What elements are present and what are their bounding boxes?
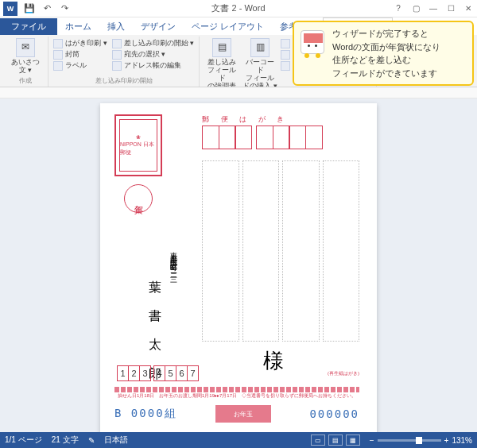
greeting-text-button[interactable]: ✉ あいさつ 文 ▾ bbox=[8, 38, 43, 75]
otoshidama-label: お年玉 bbox=[215, 405, 271, 423]
highlight-icon: ▤ bbox=[212, 38, 231, 57]
start-mail-merge-button[interactable]: 差し込み印刷の開始 ▾ bbox=[112, 38, 195, 48]
nenga-seal: 年賀 bbox=[124, 184, 153, 213]
group-label-create: 作成 bbox=[8, 76, 43, 85]
qat-redo[interactable]: ↷ bbox=[57, 2, 72, 16]
lottery-group-number: B 0000組 bbox=[114, 407, 177, 421]
tab-design[interactable]: デザイン bbox=[133, 18, 184, 35]
page-count[interactable]: 1/1 ページ bbox=[5, 434, 42, 446]
callout-line-3: 住所などを差し込む bbox=[332, 53, 466, 67]
recycled-paper-note: (再生紙はがき) bbox=[328, 370, 359, 377]
qat-save[interactable]: 💾 bbox=[22, 2, 37, 16]
mail-merge-icon bbox=[112, 39, 122, 48]
window-title: 文書 2 - Word bbox=[211, 2, 265, 14]
insert-field-icon bbox=[281, 61, 290, 71]
zoom-in-button[interactable]: + bbox=[444, 436, 449, 445]
label-button[interactable]: ラベル bbox=[53, 60, 107, 71]
edit-recipients-button[interactable]: アドレス帳の編集 bbox=[112, 60, 195, 71]
ribbon-display-icon[interactable]: ▢ bbox=[409, 2, 423, 15]
view-read-mode[interactable]: ▭ bbox=[311, 434, 325, 446]
word-icon: W bbox=[3, 2, 17, 16]
callout-line-4: フィールドができています bbox=[332, 67, 466, 80]
proofing-icon[interactable]: ✎ bbox=[88, 436, 95, 445]
horizontal-ruler[interactable] bbox=[0, 87, 477, 98]
document-canvas[interactable]: ❀NIPPON 日本郵便 年賀 郵 便 は が き 東京都千代田区幸町 一ー二ー… bbox=[0, 98, 477, 446]
language-status[interactable]: 日本語 bbox=[104, 434, 128, 446]
minimize-button[interactable]: — bbox=[426, 2, 440, 15]
maximize-button[interactable]: ☐ bbox=[444, 2, 458, 15]
tab-insert[interactable]: 挿入 bbox=[99, 18, 133, 35]
decorative-strip bbox=[114, 387, 359, 392]
envelope-button[interactable]: 封筒 bbox=[53, 49, 107, 60]
close-button[interactable]: ✕ bbox=[461, 2, 475, 15]
sender-name[interactable]: 葉 書 太 郎 bbox=[146, 270, 163, 364]
view-web-layout[interactable]: ▦ bbox=[346, 434, 360, 446]
postcard-label: 郵 便 は が き bbox=[202, 114, 289, 125]
select-recipients-button[interactable]: 宛先の選択 ▾ bbox=[112, 49, 195, 60]
recipients-icon bbox=[112, 50, 122, 60]
callout-line-1: ウィザードが完了すると bbox=[332, 27, 466, 41]
greeting-icon: ✉ bbox=[16, 38, 35, 57]
zoom-slider[interactable] bbox=[378, 439, 441, 442]
tab-page-layout[interactable]: ページ レイアウト bbox=[184, 18, 272, 35]
tutorial-callout: ウィザードが完了すると Wordの文面が年賀状になり 住所などを差し込む フィー… bbox=[293, 21, 474, 86]
postcard-icon bbox=[53, 39, 63, 48]
postcard-page[interactable]: ❀NIPPON 日本郵便 年賀 郵 便 は が き 東京都千代田区幸町 一ー二ー… bbox=[100, 103, 377, 437]
lottery-number: 000000 bbox=[309, 407, 359, 420]
stamp-box: ❀NIPPON 日本郵便 bbox=[114, 114, 162, 176]
label-icon bbox=[53, 61, 63, 71]
highlight-fields-button[interactable]: ▤ 差し込みフィールド の強調表示 bbox=[204, 38, 239, 87]
zoom-level[interactable]: 131% bbox=[452, 436, 472, 445]
tab-home[interactable]: ホーム bbox=[57, 18, 99, 35]
zoom-out-button[interactable]: − bbox=[370, 436, 374, 445]
word-count[interactable]: 21 文字 bbox=[52, 434, 79, 446]
view-print-layout[interactable]: ▤ bbox=[328, 434, 343, 446]
barcode-field-button[interactable]: ▥ バーコード フィールドの挿入 ▾ bbox=[242, 38, 277, 87]
hagaki-print-button[interactable]: はがき印刷 ▾ bbox=[53, 38, 107, 48]
tab-file[interactable]: ファイル bbox=[0, 18, 57, 35]
lottery-info-text: 抽せん日1月18日 お年玉のお渡し期間1月19▸▸7月17日 ◇当選番号を切り取… bbox=[114, 392, 359, 400]
group-label-start: 差し込み印刷の開始 bbox=[53, 76, 194, 85]
address-block-icon bbox=[281, 39, 290, 48]
help-icon[interactable]: ? bbox=[391, 2, 405, 15]
barcode-icon: ▥ bbox=[250, 38, 270, 57]
qat-undo[interactable]: ↶ bbox=[40, 2, 54, 16]
callout-line-2: Wordの文面が年賀状になり bbox=[332, 41, 466, 54]
address-field-area[interactable] bbox=[202, 160, 359, 342]
addressbook-icon bbox=[112, 61, 122, 71]
recipient-postcode-boxes[interactable] bbox=[202, 126, 323, 149]
mascot-icon bbox=[297, 30, 328, 64]
sender-postcode-boxes[interactable]: 1234567 bbox=[118, 365, 199, 381]
envelope-icon bbox=[53, 50, 63, 60]
status-bar: 1/1 ページ 21 文字 ✎ 日本語 ▭ ▤ ▦ − + 131% bbox=[0, 432, 477, 448]
greeting-line-icon bbox=[281, 50, 290, 60]
sender-address[interactable]: 東京都千代田区幸町 一ー二ー三 bbox=[169, 246, 179, 272]
